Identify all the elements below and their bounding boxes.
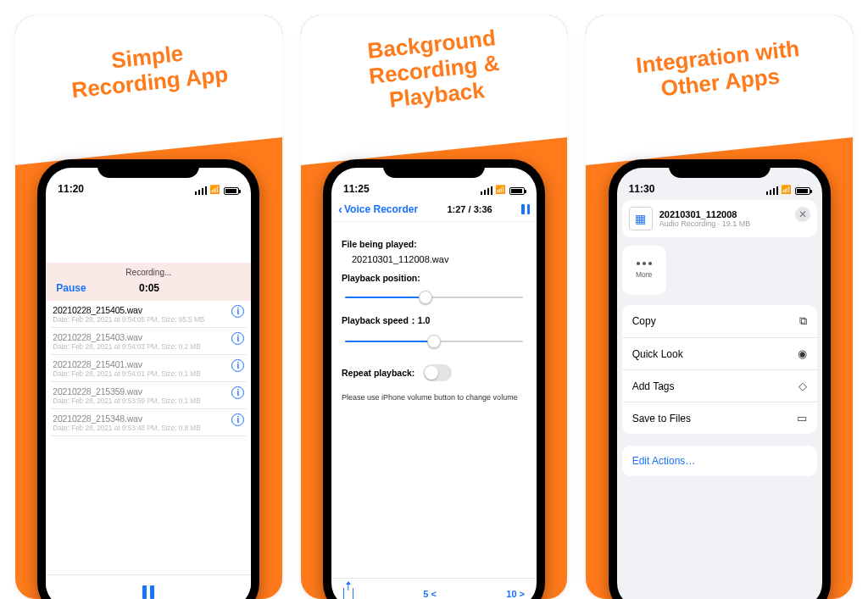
playback-position-label: Playback position: <box>342 273 526 283</box>
seek-forward-button[interactable]: 10 > <box>506 589 525 599</box>
audio-file-icon: ▦ <box>629 207 653 230</box>
share-file-subtitle: Audio Recording · 19.1 MB <box>659 219 751 228</box>
file-being-played-value: 20210301_112008.wav <box>352 254 526 264</box>
close-icon[interactable]: ✕ <box>795 207 810 222</box>
promo-panel-3: Integration with Other Apps 11:30 ▦ 2021… <box>586 15 853 599</box>
wifi-icon <box>210 186 220 195</box>
wifi-icon <box>496 186 506 195</box>
list-item[interactable]: 20210228_215359.wav Date: Feb 28, 2021 a… <box>51 382 246 409</box>
status-icons <box>766 186 810 195</box>
playback-position-slider[interactable] <box>345 288 523 307</box>
file-meta: Date: Feb 28, 2021 at 9:53:59 PM, Size: … <box>53 397 226 405</box>
info-icon[interactable]: i <box>231 359 244 372</box>
copy-icon: ⧉ <box>799 314 807 328</box>
promo-panel-1: Simple Recording App 11:20 Recording... … <box>15 15 282 599</box>
recordings-list: 20210228_215405.wav Date: Feb 28, 2021 a… <box>46 301 251 436</box>
action-label: Copy <box>632 315 656 327</box>
bottom-toolbar <box>46 574 251 599</box>
action-label: Add Tags <box>632 380 675 392</box>
recording-banner: Recording... Pause 0:05 <box>46 263 251 301</box>
app-screen-recording: 11:20 Recording... Pause 0:05 <box>46 168 251 599</box>
action-add-tags[interactable]: Add Tags ◇ <box>622 370 817 402</box>
share-file-header: ▦ 20210301_112008 Audio Recording · 19.1… <box>622 200 817 237</box>
file-name: 20210228_215405.wav <box>53 305 226 315</box>
nav-bar: ‹ Voice Recorder 1:27 / 3:36 <box>331 197 537 222</box>
status-time: 11:30 <box>629 183 655 195</box>
bottom-toolbar: 5 < 10 > <box>331 578 537 599</box>
action-save-to-files[interactable]: Save to Files ▭ <box>622 402 817 434</box>
repeat-label: Repeat playback: <box>342 368 415 378</box>
app-screen-playback: 11:25 ‹ Voice Recorder 1:27 / 3:36 <box>331 168 537 599</box>
list-item[interactable]: 20210228_215348.wav Date: Feb 28, 2021 a… <box>51 409 246 436</box>
more-label: More <box>636 270 652 279</box>
battery-icon <box>795 187 810 195</box>
device-frame: 11:20 Recording... Pause 0:05 <box>37 159 259 599</box>
back-button[interactable]: ‹ Voice Recorder <box>338 202 418 216</box>
ellipsis-icon <box>637 262 652 265</box>
device-notch <box>383 159 485 178</box>
battery-icon <box>224 187 239 195</box>
status-time: 11:20 <box>58 183 84 195</box>
panel-title: Background Recording & Playback <box>340 23 529 118</box>
device-frame: 11:25 ‹ Voice Recorder 1:27 / 3:36 <box>323 159 545 599</box>
seek-back-button[interactable]: 5 < <box>423 589 437 599</box>
signal-icon <box>766 186 778 195</box>
actions-list: Copy ⧉ Quick Look ◉ Add Tags ◇ Save to F… <box>622 305 817 434</box>
action-quicklook[interactable]: Quick Look ◉ <box>622 338 817 370</box>
info-icon[interactable]: i <box>231 386 244 399</box>
action-label: Save to Files <box>632 413 691 424</box>
file-meta: Date: Feb 28, 2021 at 9:54:01 PM, Size: … <box>53 370 226 378</box>
pause-icon[interactable] <box>142 585 154 599</box>
file-meta: Date: Feb 28, 2021 at 9:53:48 PM, Size: … <box>53 424 226 432</box>
app-screen-sharesheet: 11:30 ▦ 20210301_112008 Audio Recording … <box>617 168 822 599</box>
folder-icon: ▭ <box>797 412 807 424</box>
pause-button[interactable]: Pause <box>56 282 86 294</box>
signal-icon <box>195 186 207 195</box>
playback-speed-slider[interactable] <box>345 332 523 351</box>
panel-title-band: Background Recording & Playback <box>301 15 568 168</box>
file-being-played-label: File being played: <box>342 239 526 249</box>
list-item[interactable]: 20210228_215405.wav Date: Feb 28, 2021 a… <box>51 301 246 328</box>
status-icons <box>481 186 525 195</box>
status-icons <box>195 186 239 195</box>
file-name: 20210228_215359.wav <box>53 386 226 397</box>
playback-content: File being played: 20210301_112008.wav P… <box>331 222 537 410</box>
file-name: 20210228_215401.wav <box>53 359 226 369</box>
action-copy[interactable]: Copy ⧉ <box>622 305 817 338</box>
file-meta: Date: Feb 28, 2021 at 9:54:03 PM, Size: … <box>53 343 226 351</box>
list-item[interactable]: 20210228_215403.wav Date: Feb 28, 2021 a… <box>51 328 246 355</box>
signal-icon <box>481 186 492 195</box>
list-item[interactable]: 20210228_215401.wav Date: Feb 28, 2021 a… <box>51 355 246 382</box>
edit-actions-button[interactable]: Edit Actions… <box>622 446 817 476</box>
panel-title: Simple Recording App <box>42 34 254 106</box>
eye-icon: ◉ <box>798 347 807 360</box>
device-frame: 11:30 ▦ 20210301_112008 Audio Recording … <box>609 159 831 599</box>
share-icon[interactable] <box>343 588 353 600</box>
device-notch <box>669 159 771 178</box>
tag-icon: ◇ <box>798 380 807 392</box>
playback-progress-label: 1:27 / 3:36 <box>418 204 521 214</box>
wifi-icon <box>782 186 792 195</box>
action-label: Quick Look <box>632 348 683 360</box>
chevron-left-icon: ‹ <box>338 202 342 216</box>
info-icon[interactable]: i <box>231 332 244 345</box>
file-name: 20210228_215348.wav <box>53 413 226 424</box>
panel-title: Integration with Other Apps <box>609 34 828 107</box>
more-button[interactable]: More <box>622 246 666 295</box>
info-icon[interactable]: i <box>231 305 244 318</box>
battery-icon <box>509 187 525 195</box>
pause-icon[interactable] <box>521 204 530 214</box>
volume-hint: Please use iPhone volume button to chang… <box>342 393 526 402</box>
promo-panel-2: Background Recording & Playback 11:25 ‹ … <box>301 15 568 599</box>
share-file-title: 20210301_112008 <box>659 209 751 219</box>
back-label: Voice Recorder <box>344 203 418 215</box>
file-meta: Date: Feb 28, 2021 at 9:54:05 PM, Size: … <box>53 316 226 324</box>
device-notch <box>97 159 199 178</box>
repeat-toggle[interactable] <box>423 364 452 381</box>
info-icon[interactable]: i <box>231 413 244 426</box>
promo-panels: Simple Recording App 11:20 Recording... … <box>0 0 868 599</box>
panel-title-band: Simple Recording App <box>15 15 282 168</box>
status-time: 11:25 <box>343 183 370 195</box>
panel-title-band: Integration with Other Apps <box>586 15 853 168</box>
playback-speed-label: Playback speed：1.0 <box>342 315 526 327</box>
